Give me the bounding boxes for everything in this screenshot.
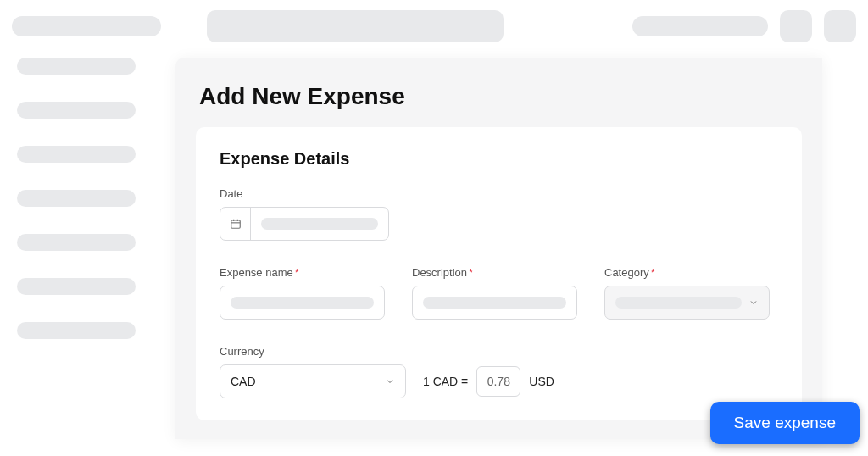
sidebar-item[interactable] [17, 322, 136, 339]
date-value-placeholder [261, 218, 378, 230]
calendar-icon [220, 208, 251, 240]
description-placeholder [423, 297, 566, 309]
main-panel: Add New Expense Expense Details Date [175, 58, 822, 439]
exchange-prefix: 1 CAD = [423, 375, 468, 388]
sidebar-item[interactable] [17, 102, 136, 119]
category-value-placeholder [615, 297, 742, 309]
save-expense-button[interactable]: Save expense [710, 402, 860, 444]
sidebar-item[interactable] [17, 58, 136, 75]
description-input[interactable] [412, 286, 577, 320]
sidebar-item[interactable] [17, 146, 136, 163]
topbar-text-placeholder [632, 16, 768, 36]
page-title: Add New Expense [175, 58, 822, 127]
category-label: Category* [604, 266, 770, 279]
chevron-down-icon [385, 376, 395, 386]
sidebar-item[interactable] [17, 234, 136, 251]
sidebar [17, 58, 153, 339]
currency-field: Currency CAD [220, 345, 406, 398]
search-placeholder[interactable] [207, 10, 504, 42]
date-label: Date [220, 187, 389, 200]
date-field: Date [220, 187, 389, 241]
description-label: Description* [412, 266, 577, 279]
expense-name-placeholder [231, 297, 374, 309]
expense-name-input[interactable] [220, 286, 385, 320]
category-select[interactable] [604, 286, 770, 320]
logo-placeholder [12, 16, 161, 36]
chevron-down-icon [748, 298, 759, 308]
sidebar-item[interactable] [17, 190, 136, 207]
expense-details-card: Expense Details Date [196, 127, 802, 420]
currency-select[interactable]: CAD [220, 364, 406, 398]
date-input[interactable] [220, 207, 389, 241]
expense-name-label: Expense name* [220, 266, 385, 279]
svg-rect-0 [231, 220, 240, 228]
exchange-target: USD [529, 375, 554, 388]
exchange-rate-group: 1 CAD = USD [423, 364, 554, 398]
description-field: Description* [412, 266, 577, 320]
exchange-rate-input[interactable] [476, 366, 520, 397]
sidebar-item[interactable] [17, 278, 136, 295]
topbar-action-1[interactable] [780, 10, 812, 42]
expense-name-field: Expense name* [220, 266, 385, 320]
currency-label: Currency [220, 345, 406, 358]
currency-selected-value: CAD [231, 375, 256, 388]
category-field: Category* [604, 266, 770, 320]
topbar-action-2[interactable] [824, 10, 856, 42]
section-title: Expense Details [220, 149, 778, 169]
topbar [0, 0, 868, 53]
